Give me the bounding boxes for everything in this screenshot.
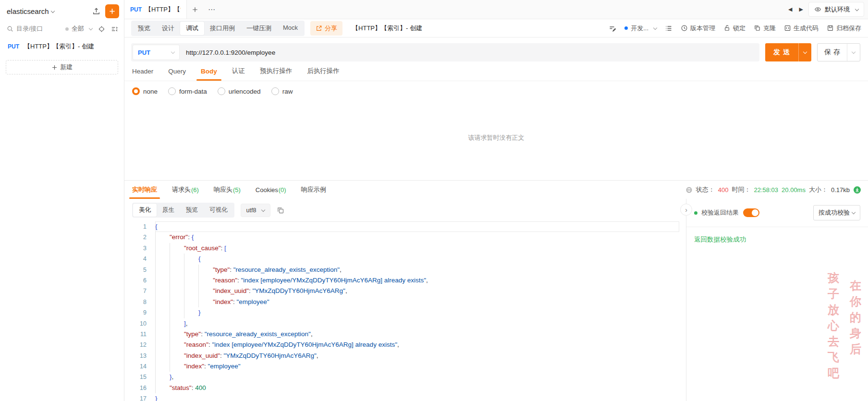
method-badge: PUT <box>8 43 19 50</box>
request-tab-Body[interactable]: Body <box>201 61 217 81</box>
line-number: 15 <box>124 372 147 382</box>
request-tab-Query[interactable]: Query <box>168 61 186 81</box>
document-title: 【HTTP】【索引】- 创建 <box>352 24 422 33</box>
time-label: 时间： <box>732 185 750 194</box>
sidebar-item-api[interactable]: PUT 【HTTP】【索引】- 创建 <box>0 38 124 55</box>
chevron-down-icon <box>855 7 859 11</box>
code-icon <box>784 24 791 32</box>
search-input[interactable]: 目录/接口 <box>7 24 60 33</box>
code-line-content: "index_uuid": "YMxZqDDyTY60HjmAcY6ARg", <box>155 351 679 361</box>
panel-collapse-handle[interactable]: › <box>680 204 692 216</box>
send-button[interactable]: 发送 <box>765 43 811 61</box>
tabbar-right: ◀ ▶ 默认环境 <box>787 0 868 19</box>
url-bar: PUT http://127.0.0.1:9200/employee <box>131 43 759 61</box>
request-tab-预执行操作[interactable]: 预执行操作 <box>260 61 293 81</box>
body-type-urlencoded[interactable]: urlencoded <box>218 87 261 95</box>
mode-tabs: 预览设计调试接口用例一键压测Mock <box>131 21 305 36</box>
code-line-content: "type": "resource_already_exists_excepti… <box>155 329 679 340</box>
indent-guide <box>155 307 170 318</box>
view-mode-预览[interactable]: 预览 <box>180 204 204 217</box>
dev-environment-selector[interactable]: 开发... <box>624 24 657 33</box>
share-button[interactable]: 分享 <box>310 21 342 36</box>
clock-icon <box>681 24 688 32</box>
indent-guide <box>184 307 198 318</box>
add-button[interactable] <box>105 4 119 18</box>
send-options-caret[interactable] <box>799 43 811 61</box>
tab-api-document[interactable]: PUT 【HTTP】【索引】- 创建 <box>124 0 187 19</box>
view-mode-原生[interactable]: 原生 <box>157 204 180 217</box>
mode-tab-调试[interactable]: 调试 <box>180 22 204 35</box>
lock-icon <box>723 24 731 32</box>
body-type-raw[interactable]: raw <box>271 87 293 95</box>
code-line-content: }, <box>155 372 679 382</box>
action-克隆[interactable]: 克隆 <box>754 24 776 33</box>
line-number: 1 <box>124 221 147 232</box>
view-mode-美化[interactable]: 美化 <box>133 204 157 217</box>
new-button[interactable]: 新建 <box>6 60 118 74</box>
url-input[interactable]: http://127.0.0.1:9200/employee <box>180 49 275 56</box>
indent-guide <box>170 297 184 307</box>
indent-guide <box>170 351 184 361</box>
response-tab-实时响应[interactable]: 实时响应 <box>132 181 157 199</box>
action-label: 克隆 <box>763 24 776 33</box>
download-icon[interactable] <box>853 186 861 194</box>
filter-dropdown[interactable]: 全部 <box>65 24 92 33</box>
save-options-caret[interactable] <box>847 44 860 61</box>
response-tab-label: 响应示例 <box>301 185 326 194</box>
chevron-down-icon <box>852 210 856 214</box>
share-icon <box>316 25 322 32</box>
environment-selector[interactable]: 默认环境 <box>808 2 864 17</box>
token-str: "employee" <box>237 298 269 305</box>
token-brace: { <box>192 233 194 241</box>
mode-tab-接口用例[interactable]: 接口用例 <box>204 22 241 35</box>
history-back-button[interactable]: ◀ <box>787 6 794 12</box>
mode-tab-预览[interactable]: 预览 <box>132 22 156 35</box>
request-tab-Header[interactable]: Header <box>132 61 153 81</box>
format-icon[interactable] <box>609 24 616 32</box>
response-code-editor[interactable]: 1{2"error": {3"root_cause": [4{5"type": … <box>124 221 686 401</box>
code-line-content: } <box>155 307 679 318</box>
body-type-form-data[interactable]: form-data <box>168 87 207 95</box>
mode-tab-Mock[interactable]: Mock <box>277 22 304 35</box>
token-punc: : <box>233 298 237 305</box>
validation-toggle[interactable] <box>743 208 759 217</box>
outline-icon[interactable] <box>665 24 672 32</box>
view-mode-可视化[interactable]: 可视化 <box>204 204 233 217</box>
method-select[interactable]: PUT <box>133 45 180 60</box>
body-type-none[interactable]: none <box>132 87 158 95</box>
collapse-all-icon[interactable] <box>111 25 118 33</box>
response-tab-响应头[interactable]: 响应头(5) <box>214 181 241 199</box>
token-key: "reason" <box>184 341 208 348</box>
copy-icon[interactable] <box>277 207 284 214</box>
response-tab-Cookies[interactable]: Cookies(0) <box>256 181 286 199</box>
encoding-select[interactable]: utf8 <box>241 204 271 217</box>
mode-tab-一键压测[interactable]: 一键压测 <box>241 22 277 35</box>
locate-icon[interactable] <box>98 25 105 33</box>
request-tab-后执行操作[interactable]: 后执行操作 <box>307 61 340 81</box>
code-line: 5"type": "resource_already_exists_except… <box>124 265 686 275</box>
action-归档保存[interactable]: 归档保存 <box>827 24 861 33</box>
response-tab-响应示例[interactable]: 响应示例 <box>301 181 326 199</box>
response-tab-请求头[interactable]: 请求头(6) <box>172 181 199 199</box>
indent-guide <box>155 372 170 382</box>
token-str: "resource_already_exists_exception" <box>233 266 340 273</box>
action-生成代码[interactable]: 生成代码 <box>784 24 819 33</box>
method-badge: PUT <box>130 6 142 13</box>
project-selector[interactable]: elasticsearch <box>7 7 87 15</box>
indent-guide <box>155 286 170 296</box>
validation-mode-select[interactable]: 按成功校验 <box>813 205 860 220</box>
request-tabs: HeaderQueryBody认证预执行操作后执行操作 <box>124 61 868 81</box>
indent-guide <box>184 254 198 264</box>
save-button[interactable]: 保存 <box>817 43 860 61</box>
action-label: 生成代码 <box>794 24 819 33</box>
request-tab-认证[interactable]: 认证 <box>232 61 245 81</box>
tab-list-button[interactable]: ⋯ <box>203 0 220 19</box>
new-tab-button[interactable] <box>187 0 203 19</box>
history-forward-button[interactable]: ▶ <box>798 6 805 12</box>
import-export-icon[interactable] <box>92 7 100 15</box>
mode-tab-设计[interactable]: 设计 <box>156 22 180 35</box>
response-time: 22:58:03 <box>754 186 778 194</box>
action-锁定[interactable]: 锁定 <box>723 24 746 33</box>
action-版本管理[interactable]: 版本管理 <box>681 24 715 33</box>
indent-guide <box>184 265 198 275</box>
